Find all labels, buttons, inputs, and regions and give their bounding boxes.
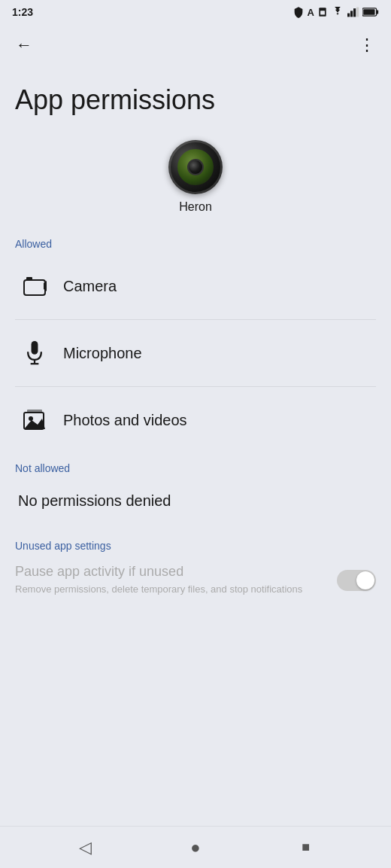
app-icon-ring: [168, 140, 223, 194]
camera-permission-item[interactable]: Camera: [15, 256, 376, 316]
more-dots-icon: ⋮: [359, 35, 376, 55]
photos-permission-item[interactable]: Photos and videos: [15, 390, 376, 450]
allowed-section: Allowed Camera: [15, 238, 376, 450]
svg-rect-2: [347, 14, 350, 17]
battery-icon: [362, 8, 379, 17]
page-title: App permissions: [15, 84, 376, 116]
allowed-section-header: Allowed: [15, 238, 376, 250]
photos-icon: [18, 404, 51, 437]
photos-permission-label: Photos and videos: [63, 412, 187, 429]
svg-rect-1: [320, 11, 325, 14]
sim-icon: [317, 7, 328, 17]
nav-bar: ◁ ● ■: [0, 826, 391, 868]
svg-rect-8: [363, 9, 374, 15]
svg-rect-4: [353, 8, 356, 17]
svg-marker-10: [44, 281, 47, 291]
unused-app-item: Pause app activity if unused Remove perm…: [15, 561, 376, 599]
app-name: Heron: [179, 200, 212, 214]
svg-rect-5: [356, 8, 359, 17]
shield-icon: [292, 6, 305, 18]
nav-home-icon: ●: [190, 838, 200, 857]
not-allowed-section-header: Not allowed: [15, 462, 376, 474]
nav-back-button[interactable]: ◁: [70, 833, 100, 863]
pause-app-toggle[interactable]: [337, 570, 376, 591]
signal-icon: [347, 7, 359, 17]
unused-app-header: Unused app settings: [15, 540, 376, 552]
svg-point-17: [29, 416, 33, 421]
svg-rect-11: [26, 277, 32, 280]
svg-rect-7: [377, 10, 379, 14]
more-options-button[interactable]: ⋮: [352, 30, 382, 60]
wifi-icon: [331, 7, 344, 17]
unused-app-subtitle: Remove permissions, delete temporary fil…: [15, 583, 325, 596]
main-content: App permissions Heron Allowed Camera: [0, 66, 391, 826]
nav-home-button[interactable]: ●: [180, 833, 211, 863]
svg-rect-3: [350, 11, 353, 17]
microphone-permission-item[interactable]: Microphone: [15, 323, 376, 383]
camera-permission-label: Camera: [63, 278, 117, 295]
camera-icon: [18, 270, 51, 303]
nav-back-icon: ◁: [79, 838, 92, 857]
top-bar: ← ⋮: [0, 24, 391, 66]
unused-app-title: Pause app activity if unused: [15, 564, 325, 580]
app-icon-area: Heron: [15, 140, 376, 214]
back-arrow-icon: ←: [16, 35, 32, 55]
unused-app-section: Unused app settings Pause app activity i…: [15, 540, 376, 599]
svg-rect-9: [24, 280, 45, 295]
status-time: 1:23: [12, 6, 33, 18]
divider-1: [15, 319, 376, 320]
svg-rect-12: [32, 341, 38, 355]
status-icons: A: [292, 6, 379, 18]
svg-marker-18: [24, 419, 45, 429]
microphone-icon: [18, 337, 51, 370]
app-icon: [168, 140, 223, 194]
nav-recents-button[interactable]: ■: [291, 833, 321, 863]
svg-rect-16: [27, 410, 42, 413]
microphone-permission-label: Microphone: [63, 345, 142, 362]
a-icon: A: [308, 7, 314, 18]
no-permissions-text: No permissions denied: [15, 480, 376, 522]
not-allowed-section: Not allowed No permissions denied: [15, 462, 376, 522]
back-button[interactable]: ←: [9, 30, 39, 60]
unused-app-text-area: Pause app activity if unused Remove perm…: [15, 564, 337, 596]
divider-2: [15, 386, 376, 387]
nav-recents-icon: ■: [302, 839, 310, 855]
toggle-thumb: [356, 571, 374, 589]
status-bar: 1:23 A: [0, 0, 391, 24]
